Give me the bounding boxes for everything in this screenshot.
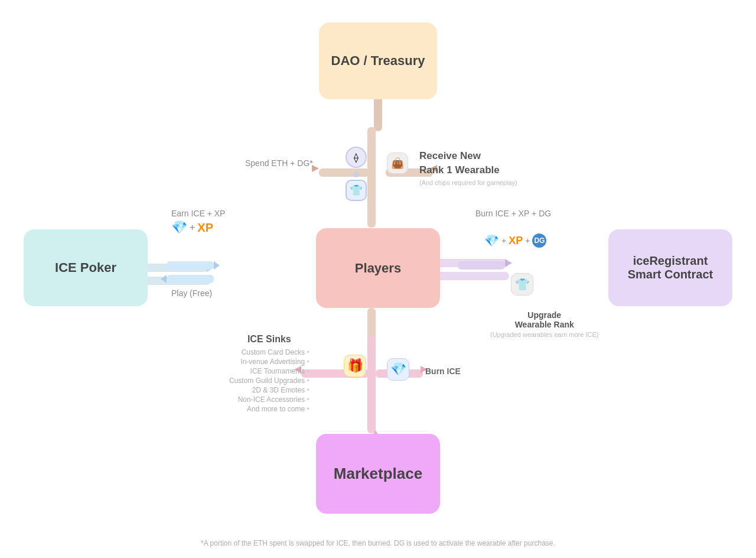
ice-poker-box: ICE Poker [24,229,148,306]
marketplace-box: Marketplace [316,434,440,514]
svg-marker-11 [505,259,512,267]
upgrade-label2: Wearable Rank [490,320,598,329]
xp-text2: XP [509,235,523,247]
bottom-connector-icons: 🎁 [344,355,366,377]
dao-box: DAO / Treasury [319,22,437,99]
list-item: In-venue Advertising [229,358,309,366]
shirt-icon-right: 👕 [511,273,533,296]
spend-eth-label: Spend ETH + DG* [245,158,313,168]
list-item: Custom Guild Upgrades [229,377,309,385]
diamond-icon3: 💎 [387,358,409,381]
plus2: + [501,236,506,245]
earn-icons: 💎 + XP [171,220,213,235]
marketplace-label: Marketplace [334,465,422,483]
svg-rect-1 [367,127,376,228]
right-arrow-bar [458,261,505,270]
earn-ice-xp-label: Earn ICE + XP [171,209,225,218]
ice-poker-label: ICE Poker [55,260,116,275]
players-label: Players [355,261,401,276]
list-item: Custom Card Decks [229,348,309,356]
play-free-label: Play (Free) [171,288,212,298]
burn-ice-xp-dg-label: Burn ICE + XP + DG [475,209,551,218]
dg-icon: DG [532,233,546,248]
svg-rect-15 [367,336,376,433]
upgrade-label: Upgrade [490,310,598,320]
gift-icon: 🎁 [344,355,366,377]
ice-registrant-label2: Smart Contract [628,268,713,281]
upgraded-note: (Upgraded wearables earn more ICE) [490,331,598,338]
wearable-icon-top: 👕 [346,180,367,201]
diamond-icon2: 💎 [484,233,499,248]
list-item: ICE Tournaments [229,367,309,375]
ice-registrant-box: iceRegistrant Smart Contract [608,229,732,306]
footnote: *A portion of the ETH spent is swapped f… [0,539,756,547]
bottom-right-icons: 💎 [387,358,409,381]
ice-registrant-label1: iceRegistrant [628,254,713,268]
bag-icon: 👜 [387,153,408,174]
list-item: 2D & 3D Emotes [229,386,309,394]
dao-label: DAO / Treasury [331,53,425,69]
plus3: + [525,236,530,245]
ice-sinks-title: ICE Sinks [229,334,309,345]
arrow-left-bar [167,275,214,283]
arrow-right-bar [167,261,214,270]
burn-icons: 💎 + XP + DG [484,233,546,248]
ice-sinks-list: Custom Card Decks In-venue Advertising I… [229,348,309,413]
arrow-left-head [161,275,167,283]
list-item: And more to come [229,405,309,413]
ice-sinks-section: ICE Sinks Custom Card Decks In-venue Adv… [229,334,309,414]
list-item: Non-ICE Accessories [229,395,309,404]
wearable-icons-top: ⟠ 👕 [346,147,367,201]
eth-icon: ⟠ [346,147,367,168]
upgrade-wearable-area: Upgrade Wearable Rank (Upgraded wearable… [490,310,598,338]
dot-icon [353,171,359,177]
diamond-icon: 💎 [171,220,187,235]
burn-ice-label: Burn ICE [425,366,461,376]
players-box: Players [316,228,440,308]
wearable-icons-right: 👜 [387,153,408,174]
receive-new-label: Receive New Rank 1 Wearable [419,149,517,177]
receive-wearable-area: Receive New Rank 1 Wearable (And chips r… [419,149,517,186]
receive-chips-label: (And chips required for gameplay) [419,179,517,186]
diagram-container: DAO / Treasury Players ICE Poker iceRegi… [0,0,756,558]
xp-text: XP [197,221,213,235]
plus-icon: + [190,222,195,233]
arrow-right-head [214,261,220,270]
svg-rect-14 [367,308,376,343]
wearable-right-icons: 👕 [511,273,533,296]
